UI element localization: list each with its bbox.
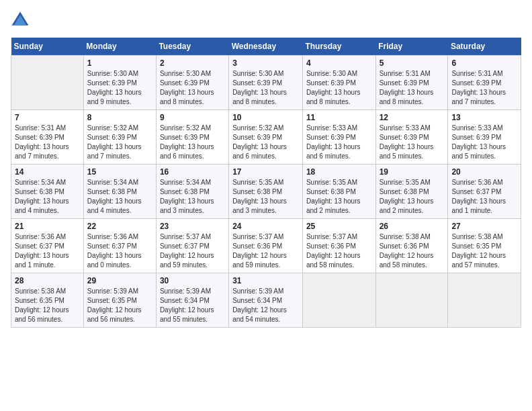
day-number: 16 [160,167,225,177]
calendar-cell: 2 Sunrise: 5:30 AMSunset: 6:39 PMDayligh… [156,56,228,110]
calendar-cell [375,273,448,328]
day-detail: Sunrise: 5:35 AMSunset: 6:38 PMDaylight:… [306,178,372,216]
day-number: 21 [15,222,80,231]
calendar-table: SundayMondayTuesdayWednesdayThursdayFrid… [11,38,521,328]
calendar-week-4: 21 Sunrise: 5:36 AMSunset: 6:37 PMDaylig… [11,219,521,273]
day-number: 17 [232,167,299,177]
weekday-header-wednesday: Wednesday [229,38,303,56]
weekday-header-saturday: Saturday [448,38,521,56]
day-detail: Sunrise: 5:35 AMSunset: 6:38 PMDaylight:… [380,178,445,216]
day-detail: Sunrise: 5:39 AMSunset: 6:34 PMDaylight:… [232,287,299,324]
calendar-cell: 3 Sunrise: 5:30 AMSunset: 6:39 PMDayligh… [229,56,303,110]
day-number: 29 [87,276,152,285]
day-number: 31 [232,276,299,285]
calendar-cell: 31 Sunrise: 5:39 AMSunset: 6:34 PMDaylig… [229,273,303,328]
calendar-cell: 16 Sunrise: 5:34 AMSunset: 6:38 PMDaylig… [156,165,228,219]
day-number: 13 [451,113,517,122]
day-detail: Sunrise: 5:30 AMSunset: 6:39 PMDaylight:… [232,69,299,107]
day-number: 27 [451,222,517,231]
calendar-cell: 22 Sunrise: 5:36 AMSunset: 6:37 PMDaylig… [83,219,156,273]
day-detail: Sunrise: 5:32 AMSunset: 6:39 PMDaylight:… [87,124,152,161]
calendar-cell [448,273,521,328]
day-number: 19 [380,167,445,177]
weekday-header-thursday: Thursday [302,38,375,56]
calendar-cell: 13 Sunrise: 5:33 AMSunset: 6:39 PMDaylig… [448,110,521,165]
day-number: 23 [160,222,225,231]
day-number: 6 [451,58,517,68]
calendar-cell: 1 Sunrise: 5:30 AMSunset: 6:39 PMDayligh… [83,56,156,110]
calendar-cell: 8 Sunrise: 5:32 AMSunset: 6:39 PMDayligh… [83,110,156,165]
day-number: 24 [232,222,299,231]
day-detail: Sunrise: 5:38 AMSunset: 6:35 PMDaylight:… [15,287,80,324]
calendar-cell: 17 Sunrise: 5:35 AMSunset: 6:38 PMDaylig… [229,165,303,219]
day-detail: Sunrise: 5:36 AMSunset: 6:37 PMDaylight:… [87,232,152,270]
calendar-cell: 23 Sunrise: 5:37 AMSunset: 6:37 PMDaylig… [156,219,228,273]
day-detail: Sunrise: 5:31 AMSunset: 6:39 PMDaylight:… [451,69,517,107]
calendar-cell: 30 Sunrise: 5:39 AMSunset: 6:34 PMDaylig… [156,273,228,328]
page-header [11,11,521,30]
calendar-cell: 26 Sunrise: 5:38 AMSunset: 6:36 PMDaylig… [375,219,448,273]
day-detail: Sunrise: 5:39 AMSunset: 6:34 PMDaylight:… [160,287,225,324]
day-detail: Sunrise: 5:30 AMSunset: 6:39 PMDaylight:… [87,69,152,107]
calendar-cell: 5 Sunrise: 5:31 AMSunset: 6:39 PMDayligh… [375,56,448,110]
day-number: 26 [380,222,445,231]
day-number: 12 [380,113,445,122]
day-number: 2 [160,58,225,68]
day-detail: Sunrise: 5:36 AMSunset: 6:37 PMDaylight:… [451,178,517,216]
day-number: 1 [87,58,152,68]
day-number: 14 [15,167,80,177]
calendar-cell: 9 Sunrise: 5:32 AMSunset: 6:39 PMDayligh… [156,110,228,165]
weekday-header-sunday: Sunday [11,38,84,56]
day-detail: Sunrise: 5:32 AMSunset: 6:39 PMDaylight:… [232,124,299,161]
day-number: 18 [306,167,372,177]
calendar-cell: 24 Sunrise: 5:37 AMSunset: 6:36 PMDaylig… [229,219,303,273]
day-detail: Sunrise: 5:32 AMSunset: 6:39 PMDaylight:… [160,124,225,161]
day-number: 28 [15,276,80,285]
day-detail: Sunrise: 5:33 AMSunset: 6:39 PMDaylight:… [451,124,517,161]
day-detail: Sunrise: 5:37 AMSunset: 6:36 PMDaylight:… [232,232,299,270]
day-detail: Sunrise: 5:34 AMSunset: 6:38 PMDaylight:… [15,178,80,216]
calendar-week-2: 7 Sunrise: 5:31 AMSunset: 6:39 PMDayligh… [11,110,521,165]
day-detail: Sunrise: 5:38 AMSunset: 6:35 PMDaylight:… [451,232,517,270]
day-number: 20 [451,167,517,177]
day-detail: Sunrise: 5:31 AMSunset: 6:39 PMDaylight:… [15,124,80,161]
calendar-cell: 27 Sunrise: 5:38 AMSunset: 6:35 PMDaylig… [448,219,521,273]
weekday-header-tuesday: Tuesday [156,38,228,56]
day-number: 15 [87,167,152,177]
day-number: 25 [306,222,372,231]
calendar-week-1: 1 Sunrise: 5:30 AMSunset: 6:39 PMDayligh… [11,56,521,110]
day-detail: Sunrise: 5:30 AMSunset: 6:39 PMDaylight:… [306,69,372,107]
calendar-cell [11,56,84,110]
weekday-header-monday: Monday [83,38,156,56]
calendar-cell: 12 Sunrise: 5:33 AMSunset: 6:39 PMDaylig… [375,110,448,165]
calendar-cell: 14 Sunrise: 5:34 AMSunset: 6:38 PMDaylig… [11,165,84,219]
day-detail: Sunrise: 5:30 AMSunset: 6:39 PMDaylight:… [160,69,225,107]
day-number: 7 [15,113,80,122]
day-detail: Sunrise: 5:37 AMSunset: 6:36 PMDaylight:… [306,232,372,270]
day-number: 11 [306,113,372,122]
day-number: 22 [87,222,152,231]
logo [11,11,32,30]
day-number: 4 [306,58,372,68]
day-detail: Sunrise: 5:34 AMSunset: 6:38 PMDaylight:… [87,178,152,216]
day-detail: Sunrise: 5:39 AMSunset: 6:35 PMDaylight:… [87,287,152,324]
day-number: 3 [232,58,299,68]
day-number: 9 [160,113,225,122]
day-detail: Sunrise: 5:38 AMSunset: 6:36 PMDaylight:… [380,232,445,270]
day-detail: Sunrise: 5:35 AMSunset: 6:38 PMDaylight:… [232,178,299,216]
calendar-cell: 15 Sunrise: 5:34 AMSunset: 6:38 PMDaylig… [83,165,156,219]
day-detail: Sunrise: 5:37 AMSunset: 6:37 PMDaylight:… [160,232,225,270]
calendar-cell: 20 Sunrise: 5:36 AMSunset: 6:37 PMDaylig… [448,165,521,219]
calendar-cell: 4 Sunrise: 5:30 AMSunset: 6:39 PMDayligh… [302,56,375,110]
calendar-cell: 10 Sunrise: 5:32 AMSunset: 6:39 PMDaylig… [229,110,303,165]
calendar-week-5: 28 Sunrise: 5:38 AMSunset: 6:35 PMDaylig… [11,273,521,328]
calendar-cell: 28 Sunrise: 5:38 AMSunset: 6:35 PMDaylig… [11,273,84,328]
day-detail: Sunrise: 5:34 AMSunset: 6:38 PMDaylight:… [160,178,225,216]
day-detail: Sunrise: 5:33 AMSunset: 6:39 PMDaylight:… [306,124,372,161]
weekday-header-friday: Friday [375,38,448,56]
day-detail: Sunrise: 5:31 AMSunset: 6:39 PMDaylight:… [380,69,445,107]
calendar-cell: 19 Sunrise: 5:35 AMSunset: 6:38 PMDaylig… [375,165,448,219]
day-detail: Sunrise: 5:33 AMSunset: 6:39 PMDaylight:… [380,124,445,161]
calendar-cell: 7 Sunrise: 5:31 AMSunset: 6:39 PMDayligh… [11,110,84,165]
day-number: 10 [232,113,299,122]
